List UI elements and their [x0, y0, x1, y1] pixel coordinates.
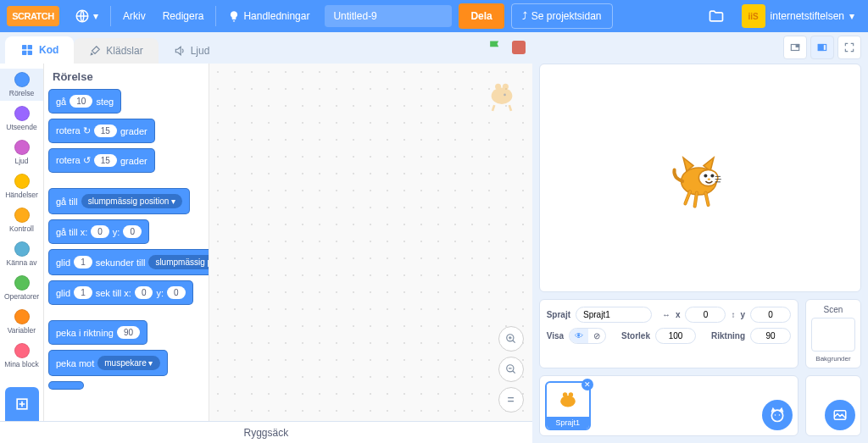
delete-sprite-button[interactable]: ✕: [581, 379, 593, 390]
sprite-x-input[interactable]: [685, 307, 726, 323]
tab-costumes-label: Klädslar: [106, 45, 142, 57]
tutorials-label: Handledningar: [243, 10, 309, 22]
lightbulb-icon: [228, 10, 240, 22]
backdrops-label: Bakgrunder: [811, 355, 855, 363]
sprite-watermark: [483, 75, 520, 113]
palette-header: Rörelse: [53, 70, 203, 83]
scripts-workspace[interactable]: =: [209, 64, 532, 421]
sprite-direction-input[interactable]: [750, 328, 791, 344]
svg-rect-2: [28, 45, 32, 49]
tab-code[interactable]: Kod: [5, 36, 74, 64]
scratch-logo[interactable]: SCRATCH: [7, 6, 59, 26]
block-goto-xy[interactable]: gå till x:0y:0: [49, 220, 148, 243]
svg-rect-1: [22, 45, 26, 49]
block-glide-random[interactable]: glid1sekunder tillslumpmässig positio: [49, 250, 209, 274]
add-sprite-button[interactable]: [762, 400, 793, 430]
svg-rect-4: [28, 51, 32, 55]
zoom-out-button[interactable]: [498, 357, 524, 382]
sprite-info-panel: Sprajt ↔x ↕y Visa 👁⊘ Storlek Riktning: [539, 299, 798, 368]
svg-point-12: [503, 84, 509, 90]
username-label: internetstiftelsen: [771, 10, 844, 22]
svg-point-23: [568, 392, 572, 396]
svg-point-10: [491, 88, 512, 104]
add-backdrop-button[interactable]: [825, 400, 855, 430]
sprite-tile[interactable]: ✕ Sprajt1: [545, 381, 591, 430]
fullscreen-button[interactable]: [837, 36, 861, 59]
tab-row: Kod Klädslar Ljud: [0, 32, 868, 64]
category-events[interactable]: Händelser: [0, 170, 43, 202]
block-turn-ccw[interactable]: rotera ↺15grader: [49, 149, 154, 172]
block-point-direction[interactable]: peka i riktning90: [49, 321, 147, 344]
project-title-input[interactable]: [325, 5, 452, 27]
category-myblocks[interactable]: Mina block: [0, 340, 43, 372]
category-control[interactable]: Kontroll: [0, 204, 43, 236]
sprite-y-input[interactable]: [750, 307, 791, 323]
category-sensing[interactable]: Känna av: [0, 238, 43, 270]
svg-point-19: [710, 174, 714, 178]
size-label: Storlek: [621, 331, 650, 341]
block-partial[interactable]: [49, 382, 83, 389]
sprite-thumbnail: [554, 385, 582, 414]
svg-point-18: [704, 174, 707, 178]
stage-thumbnail: [811, 318, 855, 352]
block-move-steps[interactable]: gå10steg: [49, 90, 120, 113]
stage-label: Scen: [811, 305, 855, 314]
stage-large-button[interactable]: [810, 36, 834, 59]
backpack-header[interactable]: Ryggsäck: [0, 421, 532, 443]
sprite-name-input[interactable]: [576, 307, 652, 323]
tutorials-button[interactable]: Handledningar: [220, 0, 318, 32]
see-project-label: Se projektsidan: [531, 10, 602, 22]
add-extension-button[interactable]: [5, 387, 39, 421]
tab-code-label: Kod: [39, 44, 58, 56]
svg-rect-8: [818, 45, 823, 51]
category-motion[interactable]: Rörelse: [0, 69, 43, 101]
visibility-toggle[interactable]: 👁⊘: [569, 328, 606, 344]
stage[interactable]: [539, 64, 861, 292]
sound-icon: [174, 45, 186, 57]
export-icon: ⤴: [522, 10, 527, 22]
account-menu[interactable]: iiS internetstiftelsen ▾: [735, 4, 861, 28]
mystuff-button[interactable]: [698, 8, 735, 25]
stage-small-button[interactable]: [783, 36, 807, 59]
stop-button[interactable]: [512, 41, 526, 54]
edit-menu[interactable]: Redigera: [154, 0, 213, 32]
svg-point-21: [560, 396, 576, 407]
svg-point-24: [771, 410, 782, 421]
block-point-towards[interactable]: peka motmuspekare ▾: [49, 351, 167, 375]
globe-icon: [75, 8, 90, 24]
category-operators[interactable]: Operatorer: [0, 272, 43, 304]
zoom-reset-button[interactable]: =: [498, 387, 524, 413]
svg-point-22: [563, 392, 567, 396]
svg-rect-3: [22, 51, 26, 55]
category-sound[interactable]: Ljud: [0, 136, 43, 169]
tab-sounds-label: Ljud: [191, 45, 210, 57]
category-looks[interactable]: Utseende: [0, 102, 43, 135]
sprite-on-stage[interactable]: [666, 144, 734, 212]
block-goto-random[interactable]: gå tillslumpmässig position ▾: [49, 189, 189, 213]
sprite-size-input[interactable]: [655, 328, 696, 344]
stage-selector[interactable]: Scen Bakgrunder: [805, 299, 861, 368]
menu-bar: SCRATCH ▾ Arkiv Redigera Handledningar D…: [0, 0, 868, 32]
extension-icon: [14, 396, 31, 413]
zoom-in-button[interactable]: [498, 326, 524, 352]
see-project-button[interactable]: ⤴ Se projektsidan: [511, 3, 613, 29]
svg-point-11: [495, 84, 501, 90]
block-palette[interactable]: Rörelse gå10steg rotera ↻15grader rotera…: [44, 64, 209, 421]
chevron-down-icon: ▾: [93, 10, 98, 22]
block-glide-xy[interactable]: glid1sek till x:0y:0: [49, 281, 192, 304]
block-turn-cw[interactable]: rotera ↻15grader: [49, 119, 154, 142]
svg-point-13: [504, 94, 506, 97]
language-menu[interactable]: ▾: [66, 0, 107, 32]
file-menu[interactable]: Arkiv: [114, 0, 154, 32]
tab-costumes[interactable]: Klädslar: [74, 38, 158, 64]
svg-point-25: [775, 414, 776, 416]
svg-point-20: [708, 178, 710, 180]
tab-sounds[interactable]: Ljud: [159, 38, 225, 64]
share-button[interactable]: Dela: [459, 3, 504, 29]
svg-point-26: [779, 414, 781, 416]
green-flag-button[interactable]: [487, 39, 504, 56]
avatar: iiS: [742, 4, 765, 28]
brush-icon: [89, 45, 101, 57]
fullscreen-icon: [843, 42, 855, 53]
category-variables[interactable]: Variabler: [0, 306, 43, 338]
